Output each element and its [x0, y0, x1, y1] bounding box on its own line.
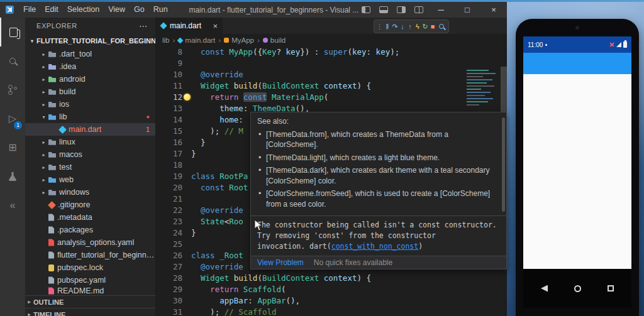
code-line-12[interactable]: 12 return const MaterialApp( [156, 92, 507, 103]
tooltip-scrollbar[interactable] [502, 117, 505, 212]
see-also-list: [ThemeData.from], which creates a ThemeD… [257, 129, 497, 210]
explorer-item-.packages[interactable]: .packages [25, 224, 155, 236]
code-line-29[interactable]: 29 return Scaffold( [156, 284, 507, 295]
file-label: lib [59, 112, 144, 121]
timeline-section[interactable]: ▸ TIMELINE [25, 308, 155, 316]
explorer-item-.idea[interactable]: ▸.idea [25, 60, 155, 73]
back-button-icon[interactable] [541, 285, 548, 292]
explorer-item-main.dart[interactable]: main.dart1 [25, 123, 155, 136]
files-icon [9, 28, 18, 37]
minimap[interactable] [464, 68, 501, 107]
explorer-item-pubspec.yaml[interactable]: pubspec.yaml [25, 274, 155, 286]
error-line-2: Try removing 'const' from the constructo… [257, 231, 436, 240]
android-emulator: 11:00 [516, 19, 639, 316]
activity-run-debug[interactable]: ▷ 1 [0, 104, 25, 133]
error-line-1: The constructor being called isn't a con… [257, 221, 497, 229]
restart-icon[interactable]: ↻ [421, 20, 429, 33]
explorer-actions-icon[interactable]: ⋯ [139, 21, 148, 31]
file-label: .gitignore [58, 200, 155, 209]
step-into-icon[interactable]: ↓ [399, 20, 406, 33]
customize-layout-icon[interactable] [414, 6, 423, 13]
explorer-item-README.md[interactable]: README.md [25, 286, 155, 295]
emulator-screen[interactable]: 11:00 [523, 36, 631, 308]
hot-reload-icon[interactable]: ϟ [414, 20, 421, 33]
activity-extensions[interactable]: ⊞ [0, 133, 25, 162]
step-out-icon[interactable]: ↑ [406, 20, 414, 33]
explorer-item-pubspec.lock[interactable]: pubspec.lock [25, 261, 155, 274]
activity-more[interactable]: « [0, 191, 25, 220]
explorer-item-test[interactable]: ▸test [25, 161, 155, 173]
breadcrumb-build[interactable]: build [263, 36, 286, 44]
code-line-30[interactable]: 30 appBar: AppBar(), [156, 295, 507, 307]
close-tab-icon[interactable]: × [213, 21, 218, 31]
explorer-item-ios[interactable]: ▸ios [25, 98, 155, 111]
file-label: pubspec.yaml [57, 276, 155, 285]
home-button-icon[interactable] [574, 285, 581, 292]
breadcrumb-main.dart[interactable]: main.dart [178, 36, 215, 44]
code-line-31[interactable]: 31 ); // Scaffold [156, 307, 507, 316]
close-button[interactable]: × [480, 2, 507, 18]
breadcrumb-lib[interactable]: lib [162, 36, 170, 44]
outline-section[interactable]: ▸ OUTLINE [25, 295, 155, 308]
breadcrumb-separator: › [218, 36, 221, 44]
code-line-9[interactable]: 9 [156, 58, 507, 69]
explorer-item-macos[interactable]: ▸macos [25, 148, 155, 161]
code-line-10[interactable]: 10 @override [156, 69, 507, 80]
grip-icon[interactable]: ⋮⋮ [376, 20, 384, 33]
activity-testing[interactable] [0, 162, 25, 191]
hover-docs: See also: [ThemeData.from], which create… [251, 112, 506, 215]
activity-search[interactable] [0, 46, 25, 75]
toggle-secondary-sidebar-icon[interactable] [397, 6, 406, 13]
explorer-item-.gitignore[interactable]: .gitignore [25, 199, 155, 211]
explorer-item-analysis_options.yaml[interactable]: analysis_options.yaml [25, 236, 155, 249]
step-over-icon[interactable]: ↷ [391, 20, 399, 33]
error-line-3-end: ) [418, 242, 423, 251]
explorer-item-flutter_tutorial_for_beginner…[interactable]: flutter_tutorial_for_beginner… [25, 249, 155, 261]
breadcrumb-MyApp[interactable]: MyApp [224, 36, 254, 44]
error-code-link[interactable]: const_with_non_const [331, 242, 418, 251]
view-problem-link[interactable]: View Problem [257, 258, 304, 267]
folder-icon [48, 177, 56, 183]
explorer-item-build[interactable]: ▸build [25, 85, 155, 98]
lightbulb-icon[interactable] [184, 94, 191, 101]
explorer-item-windows[interactable]: ▸windows [25, 186, 155, 199]
explorer-item-linux[interactable]: ▸linux [25, 136, 155, 148]
explorer-item-lib[interactable]: ▾lib● [25, 111, 155, 123]
pause-icon[interactable]: ‖ [384, 20, 391, 33]
stop-icon[interactable]: ■ [429, 20, 436, 33]
minimize-button[interactable]: ─ [428, 2, 454, 18]
inspect-widget-icon[interactable] [439, 24, 444, 29]
activity-explorer[interactable] [0, 18, 25, 46]
menu-edit[interactable]: Edit [40, 5, 63, 14]
recents-button-icon[interactable] [608, 285, 614, 291]
explorer-item-.dart_tool[interactable]: ▸.dart_tool [25, 48, 155, 60]
android-nav-bar [523, 269, 631, 308]
file-icon [48, 276, 54, 284]
folder-icon [48, 139, 56, 146]
explorer-item-web[interactable]: ▸web [25, 173, 155, 186]
android-status-bar: 11:00 [523, 36, 631, 53]
explorer-item-android[interactable]: ▸android [25, 73, 155, 85]
activity-source-control[interactable] [0, 75, 25, 104]
menu-go[interactable]: Go [130, 5, 149, 14]
dart-icon [58, 126, 67, 134]
maximize-button[interactable]: □ [454, 2, 480, 18]
toggle-panel-icon[interactable] [379, 6, 388, 13]
file-label: .packages [57, 226, 155, 234]
explorer-item-.metadata[interactable]: .metadata [25, 211, 155, 224]
toggle-sidebar-icon[interactable] [362, 6, 370, 13]
menu-file[interactable]: File [19, 5, 40, 14]
code-line-8[interactable]: 8 const MyApp({Key? key}) : super(key: k… [156, 46, 507, 58]
tab-main-dart[interactable]: main.dart × [156, 18, 223, 34]
code-line-28[interactable]: 28 Widget build(BuildContext context) { [156, 273, 507, 284]
menu-run[interactable]: Run [149, 5, 172, 14]
lock-icon [48, 264, 54, 271]
explorer-root-folder[interactable]: ▾ FLUTTER_TUTORIAL_FOR_BEGINNERS [25, 34, 155, 48]
outline-label: OUTLINE [33, 298, 64, 306]
menu-selection[interactable]: Selection [63, 5, 104, 14]
menu-view[interactable]: View [104, 5, 130, 14]
branch-icon [8, 85, 17, 95]
code-line-11[interactable]: 11 Widget build(BuildContext context) { [156, 80, 507, 92]
file-label: .idea [59, 62, 155, 71]
file-label: test [59, 163, 155, 172]
